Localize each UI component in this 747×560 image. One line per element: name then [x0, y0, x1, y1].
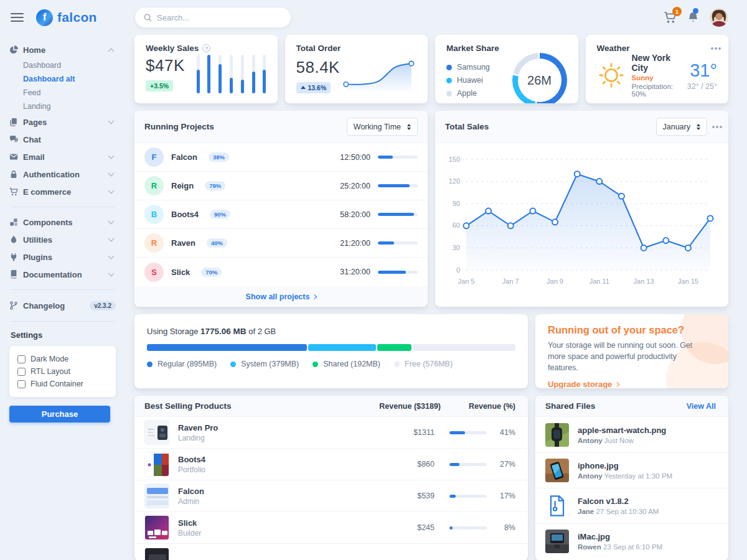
project-row: B Boots4 90% 58:20:00 [134, 200, 428, 229]
sidebar-item-utilities[interactable]: Utilities [9, 231, 116, 248]
purchase-button[interactable]: Purchase [9, 406, 110, 422]
dark-mode-toggle[interactable]: Dark Mode [17, 353, 108, 365]
chevron-down-icon [108, 170, 115, 177]
revenue-column-header: Revenue ($3189) [341, 402, 441, 411]
file-icon-archive [545, 494, 569, 518]
brand-logo[interactable]: f falcon [36, 9, 97, 26]
storage-segment [377, 344, 411, 351]
sidebar-item-email[interactable]: Email [9, 148, 116, 166]
fluid-container-checkbox[interactable] [17, 380, 26, 388]
card-menu-icon[interactable] [716, 126, 718, 128]
project-name-link[interactable]: Slick [171, 268, 190, 277]
cart-button[interactable]: 1 [664, 11, 677, 24]
upgrade-space-card: Running out of your space? Your storage … [535, 314, 728, 388]
shared-files-card: Shared Files View All apple-smart-watch.… [535, 396, 728, 560]
product-thumbnail-raven-pro [144, 420, 169, 445]
sort-caret-icon [407, 124, 411, 130]
sidebar-item-components[interactable]: Components [9, 213, 116, 231]
product-thumbnail-boots4 [144, 452, 169, 477]
file-thumbnail-imac [545, 530, 569, 553]
sidebar-item-documentation[interactable]: Documentation [9, 266, 116, 283]
project-time: 58:20:00 [334, 210, 370, 219]
project-time: 31:20:00 [334, 268, 370, 276]
file-name-link[interactable]: iMac.jpg [578, 532, 662, 541]
project-name-link[interactable]: Boots4 [171, 210, 199, 219]
dark-mode-checkbox[interactable] [17, 355, 26, 363]
weekly-sales-chart [197, 55, 266, 93]
storage-card: Using Storage 1775.06 MB of 2 GB Regular… [134, 314, 528, 388]
product-revenue-percent: 27% [487, 460, 515, 469]
project-name-link[interactable]: Falcon [171, 152, 197, 162]
cart-badge: 1 [672, 7, 682, 16]
rtl-layout-toggle[interactable]: RTL Layout [17, 365, 108, 378]
card-menu-icon[interactable] [715, 47, 717, 50]
search-input[interactable] [157, 13, 282, 22]
market-share-donut-chart: 26M [512, 53, 567, 103]
chevron-down-icon [108, 236, 115, 242]
projects-sales-row: Running Projects Working Time F Falcon 3… [134, 111, 728, 307]
sidebar-item-plugins[interactable]: Plugins [9, 248, 116, 266]
user-avatar[interactable] [710, 8, 728, 27]
sidebar-item-feed[interactable]: Feed [9, 86, 116, 100]
market-share-card: Market Share Samsung Huawei [435, 35, 578, 103]
svg-text:Jan 15: Jan 15 [678, 278, 698, 285]
storage-title: Using Storage 1775.06 MB of 2 GB [147, 327, 515, 336]
sidebar-item-dashboard[interactable]: Dashboard [9, 58, 116, 72]
project-avatar: F [144, 147, 164, 167]
sidebar-item-authentication[interactable]: Authentication [9, 166, 116, 183]
project-name-link[interactable]: Reign [171, 181, 194, 190]
project-progress-badge: 90% [210, 210, 230, 219]
weekly-sales-value: $47K [146, 56, 185, 75]
sidebar-item-changelog[interactable]: Changelog v2.3.2 [9, 296, 116, 315]
file-row: iphone.jpg Antony Yesterday at 1:30 PM [535, 452, 728, 488]
sidebar-item-home[interactable]: Home [9, 41, 116, 58]
notifications-button[interactable] [687, 11, 699, 24]
sidebar-item-dashboard-alt[interactable]: Dashboard alt [9, 72, 116, 86]
product-name-link[interactable]: Falcon [178, 487, 378, 496]
product-thumbnail [144, 548, 169, 560]
show-all-projects-link[interactable]: Show all projects [134, 286, 428, 307]
chevron-down-icon [108, 271, 115, 277]
legend-item: Huawei [446, 76, 490, 85]
file-name-link[interactable]: apple-smart-watch.png [578, 426, 666, 435]
sidebar-item-pages[interactable]: Pages [9, 113, 116, 131]
project-avatar: R [144, 176, 164, 195]
search-box[interactable] [134, 7, 291, 28]
file-user: Jane [578, 508, 594, 515]
product-revenue-bar [449, 431, 487, 434]
product-name-link[interactable]: Slick [178, 518, 378, 528]
help-icon[interactable] [202, 44, 210, 52]
total-order-badge: 13.6% [296, 82, 331, 93]
running-projects-title: Running Projects [144, 122, 214, 131]
svg-text:150: 150 [449, 156, 460, 163]
file-name-link[interactable]: iphone.jpg [578, 461, 672, 470]
sidebar-item-ecommerce[interactable]: E commerce [9, 183, 116, 200]
upgrade-storage-link[interactable]: Upgrade storage [548, 380, 619, 388]
file-row: iMac.jpg Rowen 23 Sep at 6:10 PM [535, 523, 728, 559]
project-avatar: S [144, 263, 164, 282]
sidebar-item-landing[interactable]: Landing [9, 100, 116, 113]
rtl-layout-checkbox[interactable] [17, 368, 26, 376]
product-revenue-percent: 41% [487, 428, 515, 437]
file-name-link[interactable]: Falcon v1.8.2 [578, 497, 659, 506]
envelope-icon [9, 152, 23, 161]
product-name-link[interactable]: Raven Pro [178, 423, 378, 432]
fluid-container-toggle[interactable]: Fluid Container [17, 378, 108, 390]
legend-dot [394, 362, 400, 367]
month-select[interactable]: January [656, 118, 707, 136]
storage-row: Using Storage 1775.06 MB of 2 GB Regular… [134, 314, 728, 388]
file-row: Falcon v1.8.2 Jane 27 Sep at 10:30 AM [535, 488, 728, 523]
product-name-link[interactable]: Boots4 [178, 455, 378, 464]
product-category: Landing [178, 434, 378, 442]
product-revenue-bar [449, 495, 487, 498]
file-row: apple-smart-watch.png Antony Just Now [535, 417, 728, 452]
project-time: 21:20:00 [334, 239, 370, 248]
view-all-link[interactable]: View All [687, 402, 716, 411]
weather-city: New York City [632, 53, 681, 73]
svg-text:Jan 9: Jan 9 [547, 278, 563, 285]
sidebar-item-chat[interactable]: Chat [9, 131, 116, 148]
menu-toggle-button[interactable] [9, 11, 25, 24]
product-category: Portfolio [178, 465, 378, 474]
working-time-select[interactable]: Working Time [347, 118, 418, 136]
project-name-link[interactable]: Raven [171, 238, 195, 248]
